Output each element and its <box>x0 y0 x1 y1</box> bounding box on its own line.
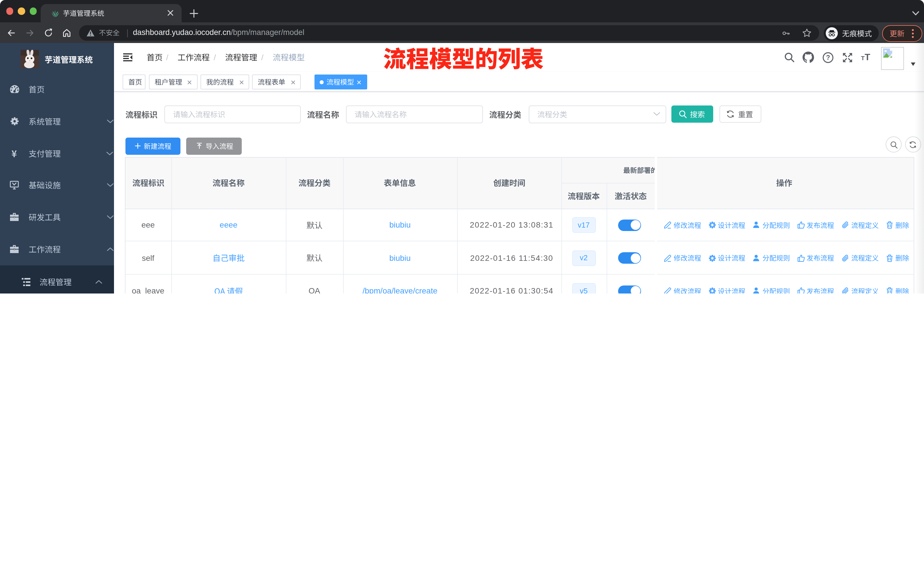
svg-text:?: ? <box>826 54 830 61</box>
